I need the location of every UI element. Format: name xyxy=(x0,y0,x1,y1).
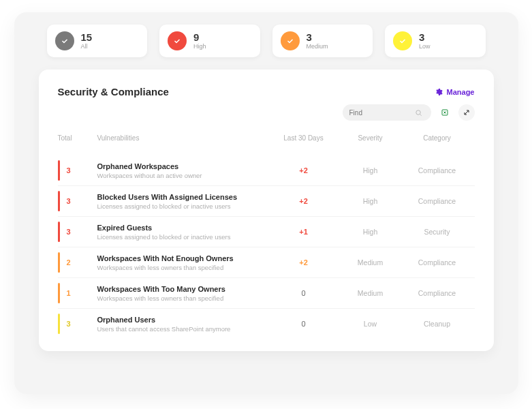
col-vulnerabilities: Vulnerabilities xyxy=(97,134,268,142)
row-last30: +2 xyxy=(273,197,334,205)
severity-bar xyxy=(58,191,60,211)
row-title: Blocked Users With Assigned Licenses xyxy=(97,193,268,201)
severity-bar xyxy=(58,160,60,181)
row-vulnerability: Blocked Users With Assigned LicensesLice… xyxy=(97,193,268,210)
summary-medium-label: Medium xyxy=(307,43,328,50)
main-panel: Security & Compliance Manage xyxy=(39,70,494,351)
summary-medium-count: 3 xyxy=(307,32,328,44)
severity-bar xyxy=(58,314,60,334)
summary-card-all[interactable]: 15 All xyxy=(47,25,148,57)
svg-line-3 xyxy=(465,110,469,115)
row-desc: Workspaces with less owners than specifi… xyxy=(97,264,268,271)
row-vulnerability: Workspaces With Too Many OwnersWorkspace… xyxy=(97,285,268,302)
toolbar xyxy=(58,104,475,121)
row-severity: Medium xyxy=(340,258,401,267)
export-excel-button[interactable] xyxy=(437,104,453,121)
severity-bar xyxy=(58,283,60,303)
row-desc: Workspaces with less owners than specifi… xyxy=(97,294,268,302)
excel-icon xyxy=(441,108,449,117)
row-category: Compliance xyxy=(407,258,468,267)
row-desc: Licenses assigned to blocked or inactive… xyxy=(97,233,268,241)
col-category: Category xyxy=(407,134,468,142)
row-severity: High xyxy=(340,166,401,175)
summary-high-label: High xyxy=(193,43,206,50)
app-frame: 15 All 9 High 3 Medium xyxy=(14,12,518,394)
row-total-value: 1 xyxy=(67,283,71,303)
table-row[interactable]: 3Blocked Users With Assigned LicensesLic… xyxy=(58,186,475,217)
summary-low-count: 3 xyxy=(419,32,431,44)
table-header: Total Vulnerabilities Last 30 Days Sever… xyxy=(58,134,475,142)
manage-button[interactable]: Manage xyxy=(435,88,475,96)
table-row[interactable]: 3Orphaned UsersUsers that cannot access … xyxy=(58,309,475,339)
panel-header: Security & Compliance Manage xyxy=(58,86,475,97)
row-category: Cleanup xyxy=(407,320,468,328)
row-category: Compliance xyxy=(407,289,468,297)
check-icon xyxy=(281,31,300,50)
row-total: 3 xyxy=(58,222,92,242)
row-total-value: 2 xyxy=(67,252,71,273)
row-title: Orphaned Users xyxy=(97,316,268,324)
row-desc: Users that cannot access SharePoint anym… xyxy=(97,325,268,333)
row-last30: 0 xyxy=(273,320,334,328)
col-total: Total xyxy=(58,134,92,142)
table-row[interactable]: 3Expired GuestsLicenses assigned to bloc… xyxy=(58,217,475,247)
row-category: Compliance xyxy=(407,197,468,205)
row-category: Compliance xyxy=(407,166,468,175)
row-category: Security xyxy=(407,228,468,236)
row-desc: Licenses assigned to blocked or inactive… xyxy=(97,202,268,210)
summary-all-label: All xyxy=(81,43,93,50)
search-box[interactable] xyxy=(343,104,431,121)
summary-card-high[interactable]: 9 High xyxy=(159,25,260,57)
row-title: Workspaces With Not Enough Owners xyxy=(97,254,268,262)
summary-low-label: Low xyxy=(419,43,431,50)
row-last30: +1 xyxy=(273,228,334,236)
row-title: Orphaned Workspaces xyxy=(97,162,268,170)
check-icon xyxy=(168,31,187,50)
manage-label: Manage xyxy=(447,88,475,96)
row-total-value: 3 xyxy=(67,222,71,242)
table-row[interactable]: 2Workspaces With Not Enough OwnersWorksp… xyxy=(58,247,475,278)
row-last30: 0 xyxy=(273,289,334,297)
gear-icon xyxy=(435,88,443,96)
search-icon xyxy=(415,109,422,117)
row-last30: +2 xyxy=(273,258,334,267)
check-icon xyxy=(393,31,412,50)
summary-card-medium[interactable]: 3 Medium xyxy=(272,25,373,57)
severity-bar xyxy=(58,222,60,242)
summary-all-count: 15 xyxy=(81,32,93,44)
table-body: 3Orphaned WorkspacesWorkspaces without a… xyxy=(58,155,475,339)
row-total: 1 xyxy=(58,283,92,303)
row-severity: Low xyxy=(340,320,401,328)
row-severity: Medium xyxy=(340,289,401,297)
svg-point-0 xyxy=(416,110,420,114)
row-total-value: 3 xyxy=(67,191,71,211)
row-total-value: 3 xyxy=(67,314,71,334)
summary-high-count: 9 xyxy=(193,32,206,44)
row-total: 3 xyxy=(58,160,92,181)
table-row[interactable]: 3Orphaned WorkspacesWorkspaces without a… xyxy=(58,155,475,186)
row-title: Workspaces With Too Many Owners xyxy=(97,285,268,293)
row-total-value: 3 xyxy=(67,160,71,181)
row-severity: High xyxy=(340,197,401,205)
summary-row: 15 All 9 High 3 Medium xyxy=(39,25,494,57)
row-total: 3 xyxy=(58,191,92,211)
row-total: 3 xyxy=(58,314,92,334)
expand-icon xyxy=(463,108,471,117)
table-row[interactable]: 1Workspaces With Too Many OwnersWorkspac… xyxy=(58,278,475,309)
search-input[interactable] xyxy=(349,109,411,117)
row-desc: Workspaces without an active owner xyxy=(97,172,268,179)
fullscreen-button[interactable] xyxy=(458,104,475,121)
row-vulnerability: Orphaned WorkspacesWorkspaces without an… xyxy=(97,162,268,179)
svg-line-1 xyxy=(420,114,421,115)
row-vulnerability: Workspaces With Not Enough OwnersWorkspa… xyxy=(97,254,268,271)
col-severity: Severity xyxy=(340,134,401,142)
panel-title: Security & Compliance xyxy=(58,86,169,97)
row-total: 2 xyxy=(58,252,92,273)
severity-bar xyxy=(58,252,60,273)
row-severity: High xyxy=(340,228,401,236)
row-last30: +2 xyxy=(273,166,334,175)
row-vulnerability: Expired GuestsLicenses assigned to block… xyxy=(97,224,268,241)
summary-card-low[interactable]: 3 Low xyxy=(385,25,486,57)
col-last30: Last 30 Days xyxy=(273,134,334,142)
row-vulnerability: Orphaned UsersUsers that cannot access S… xyxy=(97,316,268,333)
